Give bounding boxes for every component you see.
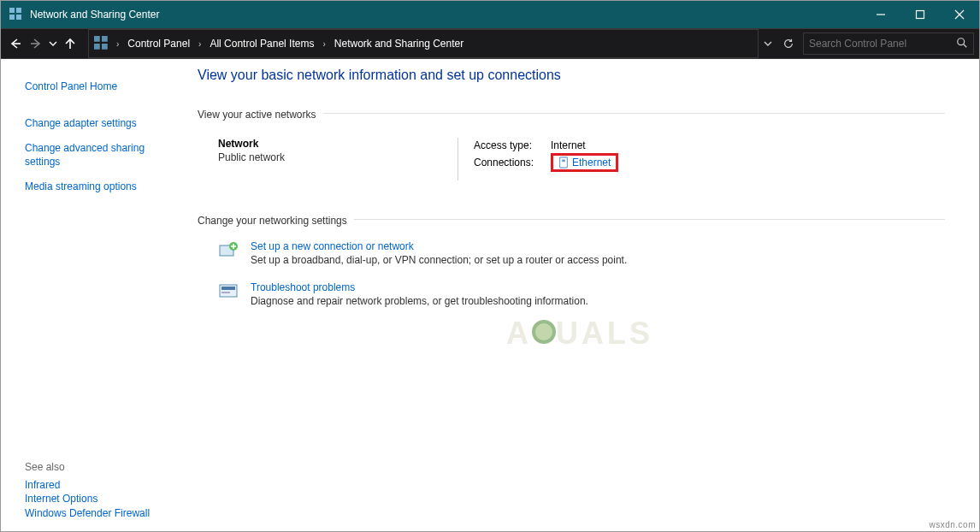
new-connection-icon [218,242,240,261]
network-type: Public network [218,151,458,163]
window-title: Network and Sharing Center [30,9,861,21]
main-panel: AUALS View your basic network informatio… [180,59,979,531]
address-dropdown[interactable] [762,39,774,48]
svg-point-15 [958,38,965,44]
ethernet-link[interactable]: Ethernet [558,157,611,168]
connection-highlight: Ethernet [551,153,618,172]
sidebar-link[interactable]: Change adapter settings [25,116,168,131]
access-type-value: Internet [551,139,586,151]
navigation-bar: › Control Panel › All Control Panel Item… [1,28,979,59]
control-panel-icon [94,36,109,51]
refresh-button[interactable] [779,38,798,50]
setting-title: Set up a new connection or network [251,240,627,252]
up-button[interactable] [61,34,80,53]
svg-rect-2 [9,15,15,20]
breadcrumb-item[interactable]: All Control Panel Items [204,38,319,50]
chevron-right-icon[interactable]: › [198,39,201,49]
search-input[interactable] [809,38,956,50]
breadcrumb[interactable]: › Control Panel › All Control Panel Item… [88,29,759,58]
sidebar-link[interactable]: Media streaming options [25,180,168,194]
setting-title: Troubleshoot problems [251,281,588,293]
breadcrumb-item[interactable]: Control Panel [122,38,195,50]
access-type-label: Access type: [474,139,551,151]
see-also-header: See also [25,461,168,473]
setting-item-troubleshoot[interactable]: Troubleshoot problems Diagnose and repai… [218,281,945,307]
chevron-right-icon[interactable]: › [322,39,325,49]
close-button[interactable] [940,1,979,28]
sidebar: Control Panel Home Change adapter settin… [1,59,180,531]
svg-rect-17 [560,157,568,168]
back-button[interactable] [6,34,25,53]
source-label: wsxdn.com [929,520,976,529]
troubleshoot-icon [218,283,240,302]
forward-button[interactable] [27,34,45,53]
svg-rect-0 [9,8,15,13]
sidebar-see-also-link[interactable]: Internet Options [25,493,97,505]
breadcrumb-item[interactable]: Network and Sharing Center [329,38,469,50]
watermark: AUALS [506,316,653,352]
search-icon[interactable] [956,37,968,51]
separator [354,219,945,220]
minimize-button[interactable] [861,1,900,28]
page-title: View your basic network information and … [198,68,945,83]
sidebar-link[interactable]: Change advanced sharing settings [25,141,168,170]
svg-rect-1 [16,8,21,13]
svg-rect-11 [94,36,100,42]
sidebar-see-also-link[interactable]: Infrared [25,479,60,491]
svg-rect-18 [562,160,565,163]
app-icon [9,8,23,21]
history-dropdown[interactable] [47,39,59,48]
setting-desc: Set up a broadband, dial-up, or VPN conn… [251,254,627,266]
setting-desc: Diagnose and repair network problems, or… [251,295,588,307]
chevron-right-icon[interactable]: › [116,39,119,49]
svg-rect-5 [917,11,924,19]
title-bar: Network and Sharing Center [1,1,979,28]
maximize-button[interactable] [900,1,940,28]
section-header-change-settings: Change your networking settings [198,215,347,227]
network-name: Network [218,138,458,150]
setting-item-new-connection[interactable]: Set up a new connection or network Set u… [218,240,945,266]
svg-rect-12 [102,36,108,42]
active-networks: Network Public network Access type: Inte… [218,138,945,180]
svg-rect-3 [16,15,21,20]
section-header-active-networks: View your active networks [198,109,316,121]
svg-rect-14 [102,44,108,50]
separator [323,113,945,114]
svg-rect-25 [221,292,230,293]
sidebar-see-also-link[interactable]: Windows Defender Firewall [25,507,150,519]
search-box[interactable] [803,33,974,55]
svg-rect-24 [221,287,235,290]
vertical-divider [458,138,458,180]
ethernet-icon [558,157,569,168]
connections-label: Connections: [474,157,551,168]
svg-rect-13 [94,44,100,50]
sidebar-home-link[interactable]: Control Panel Home [25,80,168,94]
svg-line-16 [964,44,967,47]
